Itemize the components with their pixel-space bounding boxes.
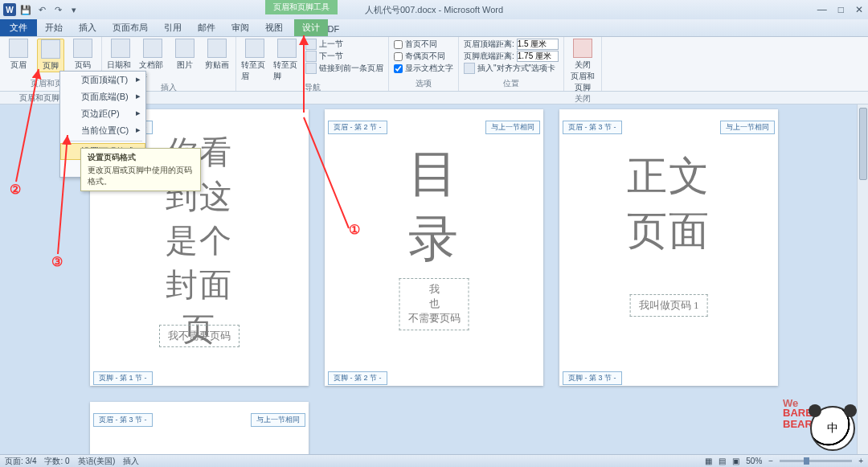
goto-header-button[interactable]: 转至页眉 (241, 39, 268, 82)
ribbon-tabs: 文件 开始 插入 页面布局 引用 邮件 审阅 视图 WPS PDF 设计 (0, 19, 868, 37)
qat-redo-icon[interactable]: ↷ (51, 3, 64, 16)
link-prev-button[interactable]: 链接到前一条页眉 (305, 63, 383, 74)
p3-header-tag: 页眉 - 第 3 节 - (563, 121, 622, 134)
close-window-button[interactable]: ✕ (855, 4, 863, 15)
group-close: 关闭 页眉和页脚 关闭 (564, 37, 602, 91)
p3-header-right-tag: 与上一节相同 (720, 121, 775, 134)
tab-references[interactable]: 引用 (156, 19, 190, 36)
p3-footer-tag: 页脚 - 第 3 节 - (563, 371, 622, 385)
p1-footer-box: 我不需要页码 (159, 325, 240, 347)
page-2: 页眉 - 第 2 节 - 与上一节相同 目 录 我 也 不需要页码 页脚 - 第… (325, 109, 543, 386)
status-page[interactable]: 页面: 3/4 (5, 456, 36, 467)
p4-header-right-tag: 与上一节相同 (251, 413, 305, 427)
p3-body: 正文 页面 (627, 150, 710, 258)
next-section-button[interactable]: 下一节 (305, 51, 383, 62)
tab-review[interactable]: 审阅 (223, 19, 257, 36)
goto-footer-button[interactable]: 转至页脚 (273, 39, 301, 82)
status-words[interactable]: 字数: 0 (44, 456, 69, 467)
align-tab-button[interactable]: 插入"对齐方式"选项卡 (464, 63, 559, 74)
tab-mail[interactable]: 邮件 (190, 19, 223, 36)
watermark: We BARE BEARS 中 (778, 395, 855, 451)
quick-access-toolbar: W 💾 ↶ ↷ ▾ (0, 3, 80, 16)
tab-layout[interactable]: 页面布局 (104, 19, 156, 36)
qat-customize-icon[interactable]: ▾ (68, 3, 80, 16)
view-web-icon[interactable]: ▣ (732, 457, 739, 465)
vertical-scrollbar[interactable] (857, 104, 868, 454)
picture-button[interactable]: 图片 (171, 39, 199, 71)
p2-body: 目 录 (408, 141, 460, 271)
p2-footer-tag: 页脚 - 第 2 节 - (328, 371, 387, 385)
minimize-button[interactable]: — (817, 4, 827, 15)
scrollbar-thumb[interactable] (859, 108, 867, 180)
group-options: 首页不同 奇偶页不同 显示文档文字 选项 (389, 37, 459, 91)
diff-first-checkbox[interactable]: 首页不同 (394, 39, 453, 50)
status-insert-mode[interactable]: 插入 (123, 456, 139, 467)
tab-design[interactable]: 设计 (294, 19, 328, 36)
group-label-position: 位置 (464, 78, 559, 91)
format-page-number-tooltip: 设置页码格式 更改页眉或页脚中使用的页码格式。 (80, 148, 201, 191)
menu-page-margin[interactable]: 页边距(P)▸ (60, 105, 145, 122)
zoom-in-button[interactable]: + (858, 457, 863, 465)
group-position: 页眉顶端距离: 页脚底端距离: 插入"对齐方式"选项卡 位置 (459, 37, 564, 91)
tooltip-title: 设置页码格式 (88, 152, 194, 163)
view-read-icon[interactable]: ▤ (719, 457, 726, 465)
p2-header-tag: 页眉 - 第 2 节 - (328, 121, 387, 134)
group-label-nav: 导航 (241, 82, 383, 95)
prev-section-button[interactable]: 上一节 (305, 39, 383, 50)
clipart-button[interactable]: 剪贴画 (203, 39, 231, 71)
tab-file[interactable]: 文件 (0, 19, 37, 36)
header-button[interactable]: 页眉 (5, 39, 32, 71)
menu-bottom-of-page[interactable]: 页面底端(B)▸ (60, 88, 145, 105)
page-number-button[interactable]: 页码 (69, 39, 96, 71)
contextual-tab-label: 页眉和页脚工具 (265, 0, 338, 14)
menu-current-position[interactable]: 当前位置(C)▸ (60, 122, 145, 139)
menu-top-of-page[interactable]: 页面顶端(T)▸ (60, 72, 145, 88)
close-hf-button[interactable]: 关闭 页眉和页脚 (569, 39, 596, 93)
page-3: 页眉 - 第 3 节 - 与上一节相同 正文 页面 我叫做页码 1 页脚 - 第… (559, 109, 778, 386)
p3-footer-box: 我叫做页码 1 (630, 294, 708, 317)
tab-insert[interactable]: 插入 (71, 19, 104, 36)
zoom-slider[interactable] (780, 460, 852, 462)
maximize-button[interactable]: □ (838, 4, 844, 15)
group-label-options: 选项 (394, 78, 453, 91)
tab-view[interactable]: 视图 (257, 19, 291, 36)
tooltip-body: 更改页眉或页脚中使用的页码格式。 (88, 165, 194, 187)
tab-home[interactable]: 开始 (37, 19, 71, 36)
status-bar: 页面: 3/4 字数: 0 英语(美国) 插入 ▦ ▤ ▣ 50% − + (0, 454, 868, 467)
p1-footer-tag: 页脚 - 第 1 节 - (93, 371, 153, 385)
show-doc-checkbox[interactable]: 显示文档文字 (394, 63, 453, 74)
zoom-level[interactable]: 50% (746, 457, 762, 465)
view-print-icon[interactable]: ▦ (705, 457, 712, 465)
p2-header-right-tag: 与上一节相同 (485, 121, 540, 134)
qat-undo-icon[interactable]: ↶ (35, 3, 48, 16)
group-navigation: 转至页眉 转至页脚 上一节 下一节 链接到前一条页眉 导航 (236, 37, 389, 91)
footer-bottom-spinner[interactable]: 页脚底端距离: (464, 51, 559, 62)
status-language[interactable]: 英语(美国) (78, 456, 116, 467)
footer-button[interactable]: 页脚 (37, 39, 64, 72)
diff-oddeven-checkbox[interactable]: 奇偶页不同 (394, 51, 453, 62)
p4-header-tag: 页眉 - 第 3 节 - (93, 413, 153, 427)
document-title: 人机代号007.docx - Microsoft Word (365, 4, 503, 16)
title-bar: W 💾 ↶ ↷ ▾ 页眉和页脚工具 人机代号007.docx - Microso… (0, 0, 868, 19)
zoom-out-button[interactable]: − (768, 457, 773, 465)
page-4: 页眉 - 第 3 节 - 与上一节相同 (90, 402, 309, 454)
qat-save-icon[interactable]: 💾 (19, 3, 32, 16)
word-app-icon[interactable]: W (3, 3, 16, 16)
header-top-spinner[interactable]: 页眉顶端距离: (464, 39, 559, 50)
p2-footer-box: 我 也 不需要页码 (399, 278, 469, 330)
